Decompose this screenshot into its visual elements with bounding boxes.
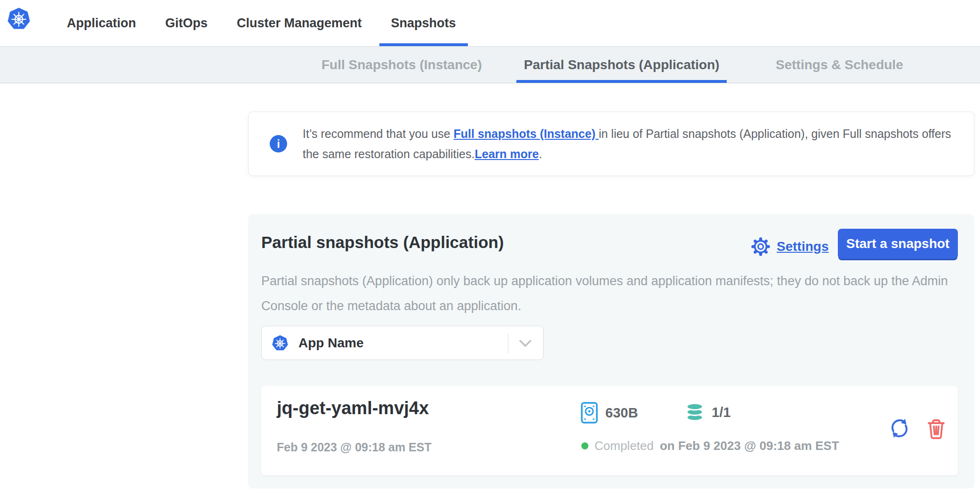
tab-full-snapshots[interactable]: Full Snapshots (Instance) xyxy=(314,47,490,83)
top-navbar: Application GitOps Cluster Management Sn… xyxy=(0,0,980,46)
snapshot-name: jq-get-yaml-mvj4x xyxy=(277,398,429,418)
chevron-down-icon xyxy=(519,339,532,348)
select-divider xyxy=(508,334,508,353)
nav-item-cluster-management[interactable]: Cluster Management xyxy=(225,0,374,46)
snapshot-size-metric: 630B xyxy=(580,402,638,424)
snapshot-row[interactable]: jq-get-yaml-mvj4x Feb 9 2023 @ 09:18 am … xyxy=(261,386,958,475)
banner-text-part1: It’s recommend that you use xyxy=(303,127,454,140)
snapshot-settings-link[interactable]: Settings xyxy=(750,236,828,257)
database-stack-icon xyxy=(685,403,705,422)
top-nav-items: Application GitOps Cluster Management Sn… xyxy=(55,0,474,46)
app-select-value: App Name xyxy=(298,336,363,351)
banner-text: It’s recommend that you use Full snapsho… xyxy=(303,124,967,164)
disk-icon xyxy=(580,402,598,424)
kubernetes-logo-icon xyxy=(8,8,30,30)
snapshots-page: Application GitOps Cluster Management Sn… xyxy=(0,0,980,497)
recommendation-banner: i It’s recommend that you use Full snaps… xyxy=(248,112,974,176)
restore-snapshot-button[interactable] xyxy=(888,417,911,441)
snapshot-size-value: 630B xyxy=(605,405,638,421)
snapshots-subnav: Full Snapshots (Instance) Partial Snapsh… xyxy=(0,46,980,83)
status-success-dot xyxy=(581,442,588,449)
partial-snapshots-panel: Partial snapshots (Application) Settings… xyxy=(248,214,974,489)
nav-item-application[interactable]: Application xyxy=(55,0,148,46)
panel-description: Partial snapshots (Application) only bac… xyxy=(261,269,958,319)
delete-snapshot-button[interactable] xyxy=(927,418,946,441)
learn-more-link[interactable]: Learn more xyxy=(474,147,538,160)
settings-label: Settings xyxy=(777,239,828,254)
snapshot-volumes-metric: 1/1 xyxy=(685,403,731,422)
kubernetes-app-icon xyxy=(272,335,288,351)
restore-arrows-icon xyxy=(888,417,911,440)
tab-settings-schedule[interactable]: Settings & Schedule xyxy=(768,47,911,83)
snapshot-volumes-value: 1/1 xyxy=(712,405,731,420)
snapshot-date: Feb 9 2023 @ 09:18 am EST xyxy=(277,441,432,454)
full-snapshots-link[interactable]: Full snapshots (Instance) xyxy=(454,127,599,140)
gear-icon xyxy=(750,236,771,257)
banner-text-part3: . xyxy=(539,147,542,160)
trash-icon xyxy=(927,418,946,440)
panel-title: Partial snapshots (Application) xyxy=(261,233,504,252)
app-name-select[interactable]: App Name xyxy=(261,326,544,360)
snapshot-status: Completed xyxy=(594,439,654,453)
nav-item-gitops[interactable]: GitOps xyxy=(153,0,219,46)
snapshot-status-line: Completed on Feb 9 2023 @ 09:18 am EST xyxy=(581,439,839,453)
tab-partial-snapshots[interactable]: Partial Snapshots (Application) xyxy=(516,47,727,83)
start-snapshot-button[interactable]: Start a snapshot xyxy=(838,229,958,259)
info-circle-icon: i xyxy=(270,135,287,152)
nav-item-snapshots[interactable]: Snapshots xyxy=(379,0,468,46)
snapshot-status-detail: on Feb 9 2023 @ 09:18 am EST xyxy=(660,439,839,453)
